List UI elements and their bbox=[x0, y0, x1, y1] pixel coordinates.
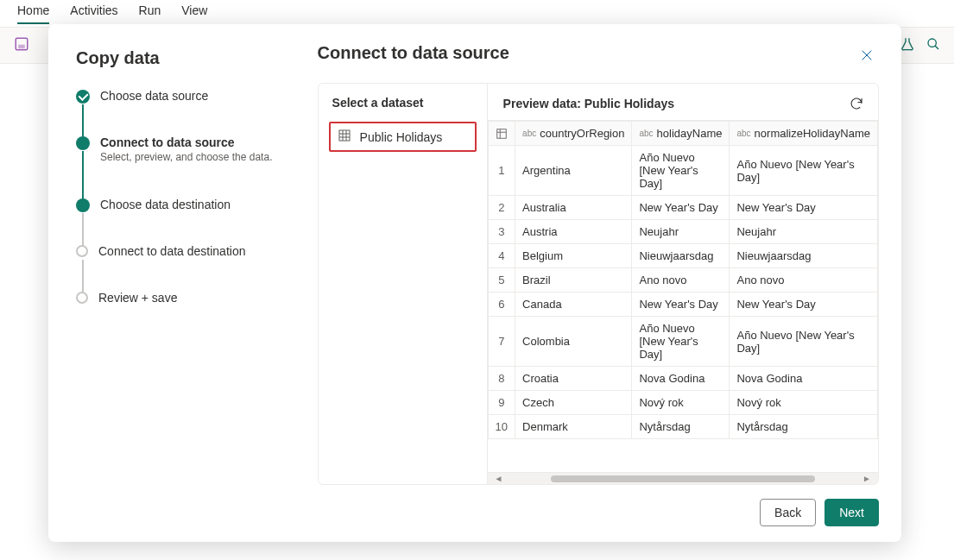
table-cell: Año Nuevo [New Year's Day] bbox=[632, 146, 730, 196]
row-number: 5 bbox=[488, 268, 515, 293]
step-label: Connect to data destination bbox=[98, 244, 245, 258]
table-row[interactable]: 9CzechNový rokNový rok bbox=[488, 391, 877, 415]
table-cell: Nytårsdag bbox=[730, 415, 878, 439]
table-row[interactable]: 4BelgiumNieuwjaarsdagNieuwjaarsdag bbox=[488, 244, 877, 268]
page-title: Connect to data source bbox=[318, 43, 509, 63]
tab-run[interactable]: Run bbox=[139, 3, 161, 22]
table-cell: Nieuwjaarsdag bbox=[632, 244, 730, 268]
row-number: 6 bbox=[488, 293, 515, 317]
step-choose-data-destination[interactable]: Choose data destination bbox=[76, 198, 278, 244]
table-cell: Australia bbox=[515, 196, 632, 220]
table-icon bbox=[338, 129, 351, 145]
flask-icon[interactable] bbox=[900, 37, 914, 53]
table-cell: Czech bbox=[515, 391, 632, 415]
row-number: 8 bbox=[488, 367, 515, 391]
table-cell: Colombia bbox=[515, 317, 632, 367]
row-number: 9 bbox=[488, 391, 515, 415]
search-icon[interactable] bbox=[926, 37, 940, 53]
svg-rect-6 bbox=[339, 130, 350, 141]
row-number: 10 bbox=[488, 415, 515, 439]
preview-table: abccountryOrRegion abcholidayName abcnor… bbox=[488, 121, 878, 439]
tab-view[interactable]: View bbox=[181, 3, 207, 22]
table-row[interactable]: 7ColombiaAño Nuevo [New Year's Day]Año N… bbox=[488, 317, 877, 367]
table-row[interactable]: 6CanadaNew Year's DayNew Year's Day bbox=[488, 293, 877, 317]
refresh-button[interactable] bbox=[849, 96, 864, 111]
table-cell: Nova Godina bbox=[730, 367, 878, 391]
table-row[interactable]: 3AustriaNeujahrNeujahr bbox=[488, 220, 877, 244]
tab-home[interactable]: Home bbox=[17, 3, 49, 24]
table-cell: Brazil bbox=[515, 268, 632, 293]
table-cell: New Year's Day bbox=[632, 293, 730, 317]
step-review-save[interactable]: Review + save bbox=[76, 291, 278, 308]
copy-data-dialog: Copy data Choose data source Connect to … bbox=[48, 24, 901, 542]
svg-rect-1 bbox=[18, 45, 25, 49]
svg-rect-11 bbox=[497, 129, 507, 138]
step-connect-to-data-destination[interactable]: Connect to data destination bbox=[76, 244, 278, 291]
table-cell: New Year's Day bbox=[730, 196, 878, 220]
step-connect-to-data-source[interactable]: Connect to data source Select, preview, … bbox=[76, 135, 278, 198]
row-number: 4 bbox=[488, 244, 515, 268]
row-number: 2 bbox=[488, 196, 515, 220]
table-cell: Austria bbox=[515, 220, 632, 244]
table-cell: Año Nuevo [New Year's Day] bbox=[632, 317, 730, 367]
table-cell: Nieuwjaarsdag bbox=[730, 244, 878, 268]
tab-activities[interactable]: Activities bbox=[70, 3, 117, 22]
table-cell: Ano novo bbox=[730, 268, 878, 293]
table-cell: Año Nuevo [New Year's Day] bbox=[730, 146, 878, 196]
table-row[interactable]: 5BrazilAno novoAno novo bbox=[488, 268, 877, 293]
svg-line-3 bbox=[935, 46, 938, 49]
row-number: 3 bbox=[488, 220, 515, 244]
row-number: 7 bbox=[488, 317, 515, 367]
table-row[interactable]: 2AustraliaNew Year's DayNew Year's Day bbox=[488, 196, 877, 220]
table-cell: Año Nuevo [New Year's Day] bbox=[730, 317, 878, 367]
table-cell: New Year's Day bbox=[730, 293, 878, 317]
column-header[interactable]: abcholidayName bbox=[632, 122, 730, 146]
wizard-title: Copy data bbox=[76, 48, 278, 68]
close-button[interactable] bbox=[855, 43, 879, 67]
step-sublabel: Select, preview, and choose the data. bbox=[100, 151, 272, 163]
table-cell: Canada bbox=[515, 293, 632, 317]
preview-table-scroll[interactable]: abccountryOrRegion abcholidayName abcnor… bbox=[488, 120, 878, 472]
column-header[interactable]: abcnormalizeHolidayName bbox=[730, 122, 878, 146]
row-number: 1 bbox=[488, 146, 515, 196]
table-cell: Denmark bbox=[515, 415, 632, 439]
step-label: Review + save bbox=[98, 291, 177, 305]
wizard-steps-panel: Copy data Choose data source Connect to … bbox=[48, 24, 299, 542]
table-cell: Neujahr bbox=[730, 220, 878, 244]
back-button[interactable]: Back bbox=[760, 499, 816, 526]
table-cell: Nytårsdag bbox=[632, 415, 730, 439]
dataset-item-label: Public Holidays bbox=[360, 130, 443, 144]
table-cell: Nový rok bbox=[730, 391, 878, 415]
table-cell: Nový rok bbox=[632, 391, 730, 415]
table-cell: Nova Godina bbox=[632, 367, 730, 391]
table-row[interactable]: 10DenmarkNytårsdagNytårsdag bbox=[488, 415, 877, 439]
step-label: Choose data destination bbox=[100, 198, 231, 211]
step-label: Choose data source bbox=[100, 89, 208, 103]
svg-point-2 bbox=[928, 39, 936, 47]
dataset-list: Select a dataset Public Holidays bbox=[319, 84, 488, 484]
column-header[interactable]: abccountryOrRegion bbox=[515, 122, 632, 146]
dataset-item-public-holidays[interactable]: Public Holidays bbox=[329, 122, 477, 152]
step-label: Connect to data source bbox=[100, 135, 272, 149]
table-cell: Neujahr bbox=[632, 220, 730, 244]
table-cell: Belgium bbox=[515, 244, 632, 268]
preview-title: Preview data: Public Holidays bbox=[503, 97, 674, 110]
row-header-icon-cell bbox=[488, 122, 515, 146]
next-button[interactable]: Next bbox=[824, 499, 879, 526]
table-cell: Argentina bbox=[515, 146, 632, 196]
step-choose-data-source[interactable]: Choose data source bbox=[76, 89, 278, 135]
wizard-content: Connect to data source Select a dataset … bbox=[299, 24, 901, 542]
table-cell: Ano novo bbox=[632, 268, 730, 293]
table-row[interactable]: 1ArgentinaAño Nuevo [New Year's Day]Año … bbox=[488, 146, 877, 196]
table-cell: Croatia bbox=[515, 367, 632, 391]
table-cell: New Year's Day bbox=[632, 196, 730, 220]
horizontal-scrollbar[interactable]: ◄ ► bbox=[488, 472, 878, 484]
dataset-list-title: Select a dataset bbox=[329, 96, 477, 110]
save-icon[interactable] bbox=[14, 36, 29, 54]
table-row[interactable]: 8CroatiaNova GodinaNova Godina bbox=[488, 367, 877, 391]
preview-panel: Preview data: Public Holidays abccountr bbox=[488, 84, 878, 484]
